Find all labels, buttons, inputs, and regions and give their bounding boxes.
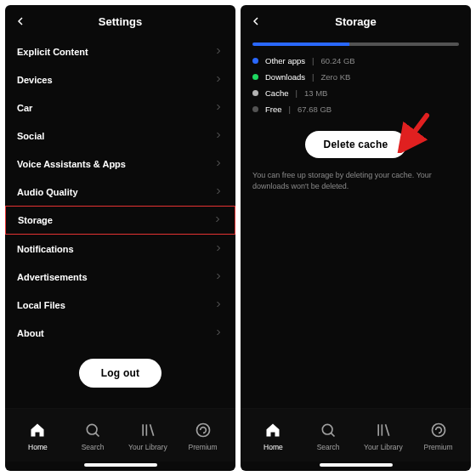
legend-label: Free bbox=[265, 105, 282, 114]
row-label: Local Files bbox=[17, 300, 65, 310]
svg-line-1 bbox=[95, 433, 99, 436]
settings-row-notifications[interactable]: Notifications bbox=[17, 235, 224, 263]
nav-label: Your Library bbox=[128, 443, 167, 451]
nav-premium[interactable]: Premium bbox=[411, 422, 466, 451]
row-label: Social bbox=[17, 131, 44, 141]
search-icon bbox=[320, 422, 337, 440]
legend-dot-icon bbox=[252, 106, 258, 112]
search-icon bbox=[84, 422, 101, 440]
legend-label: Cache bbox=[265, 88, 288, 98]
row-label: Voice Assistants & Apps bbox=[17, 159, 126, 169]
legend-value: Zero KB bbox=[320, 72, 350, 82]
row-label: Audio Quality bbox=[17, 187, 78, 197]
row-label: Advertisements bbox=[17, 272, 88, 282]
nav-your-library[interactable]: Your Library bbox=[121, 422, 176, 451]
chevron-right-icon bbox=[213, 243, 224, 255]
header: Settings bbox=[5, 5, 235, 37]
delete-cache-button[interactable]: Delete cache bbox=[305, 131, 407, 158]
svg-point-11 bbox=[432, 423, 445, 436]
nav-label: Premium bbox=[424, 443, 453, 451]
nav-label: Home bbox=[28, 443, 48, 451]
legend-row-other-apps: Other apps|60.24 GB bbox=[252, 56, 459, 65]
row-label: Notifications bbox=[17, 244, 74, 254]
legend-dot-icon bbox=[252, 58, 258, 64]
chevron-right-icon bbox=[213, 102, 224, 114]
chevron-left-icon bbox=[249, 14, 263, 28]
nav-home[interactable]: Home bbox=[246, 422, 301, 451]
chevron-right-icon bbox=[213, 130, 224, 142]
settings-row-advertisements[interactable]: Advertisements bbox=[17, 263, 224, 291]
home-icon bbox=[264, 422, 281, 440]
page-title: Storage bbox=[335, 15, 376, 28]
settings-row-devices[interactable]: Devices bbox=[17, 65, 224, 94]
legend-row-cache: Cache|13 MB bbox=[252, 88, 459, 98]
chevron-right-icon bbox=[213, 158, 224, 170]
bar-seg-free bbox=[349, 42, 459, 46]
chevron-right-icon bbox=[213, 74, 224, 86]
home-indicator bbox=[320, 463, 393, 467]
legend-label: Downloads bbox=[265, 72, 305, 82]
nav-home[interactable]: Home bbox=[10, 422, 65, 451]
svg-line-4 bbox=[150, 424, 153, 435]
chevron-right-icon bbox=[213, 186, 224, 198]
settings-row-car[interactable]: Car bbox=[17, 94, 224, 122]
your-library-icon bbox=[375, 422, 392, 440]
nav-search[interactable]: Search bbox=[301, 422, 356, 451]
chevron-right-icon bbox=[213, 271, 224, 283]
legend-value: 60.24 GB bbox=[320, 56, 354, 65]
page-title: Settings bbox=[99, 15, 142, 28]
settings-row-explicit-content[interactable]: Explicit Content bbox=[17, 37, 224, 65]
premium-icon bbox=[195, 422, 212, 440]
settings-screen: Settings Explicit ContentDevicesCarSocia… bbox=[5, 5, 235, 471]
nav-search[interactable]: Search bbox=[65, 422, 121, 451]
legend-value: 13 MB bbox=[304, 88, 327, 98]
back-button[interactable] bbox=[249, 5, 263, 37]
legend-dot-icon bbox=[252, 74, 258, 80]
logout-button[interactable]: Log out bbox=[79, 359, 162, 388]
bar-seg-other-apps bbox=[252, 42, 349, 46]
premium-icon bbox=[430, 422, 447, 440]
svg-line-10 bbox=[385, 424, 388, 435]
svg-point-0 bbox=[87, 424, 97, 434]
legend-row-free: Free|67.68 GB bbox=[252, 105, 459, 114]
storage-usage-bar bbox=[252, 42, 459, 46]
settings-row-storage[interactable]: Storage bbox=[5, 206, 235, 235]
legend-label: Other apps bbox=[265, 56, 305, 65]
nav-label: Home bbox=[264, 443, 283, 451]
help-text: You can free up storage by deleting your… bbox=[252, 170, 459, 193]
chevron-right-icon bbox=[213, 299, 224, 311]
chevron-right-icon bbox=[213, 46, 224, 58]
svg-line-7 bbox=[331, 433, 334, 436]
chevron-right-icon bbox=[212, 214, 223, 226]
header: Storage bbox=[241, 5, 471, 37]
nav-your-library[interactable]: Your Library bbox=[356, 422, 411, 451]
nav-label: Search bbox=[317, 443, 340, 451]
svg-point-5 bbox=[196, 423, 209, 436]
nav-premium[interactable]: Premium bbox=[175, 422, 230, 451]
settings-row-local-files[interactable]: Local Files bbox=[17, 291, 224, 319]
settings-row-social[interactable]: Social bbox=[17, 122, 224, 150]
chevron-left-icon bbox=[14, 14, 27, 28]
nav-label: Premium bbox=[189, 443, 218, 451]
storage-legend: Other apps|60.24 GBDownloads|Zero KBCach… bbox=[252, 56, 459, 114]
chevron-right-icon bbox=[213, 327, 224, 339]
row-label: Storage bbox=[18, 215, 53, 225]
storage-screen: Storage Other apps|60.24 GBDownloads|Zer… bbox=[241, 5, 471, 471]
row-label: Devices bbox=[17, 75, 53, 85]
svg-point-6 bbox=[322, 424, 332, 434]
row-label: About bbox=[17, 328, 44, 338]
row-label: Explicit Content bbox=[17, 47, 88, 57]
nav-label: Search bbox=[82, 443, 105, 451]
home-icon bbox=[29, 422, 46, 440]
legend-dot-icon bbox=[252, 90, 258, 96]
nav-label: Your Library bbox=[364, 443, 403, 451]
back-button[interactable] bbox=[14, 5, 27, 37]
settings-row-about[interactable]: About bbox=[17, 319, 224, 347]
row-label: Car bbox=[17, 103, 32, 113]
legend-value: 67.68 GB bbox=[298, 105, 332, 114]
settings-row-audio-quality[interactable]: Audio Quality bbox=[17, 178, 224, 206]
settings-row-voice-assistants-apps[interactable]: Voice Assistants & Apps bbox=[17, 150, 224, 178]
home-indicator bbox=[84, 463, 157, 467]
legend-row-downloads: Downloads|Zero KB bbox=[252, 72, 459, 82]
your-library-icon bbox=[139, 422, 156, 440]
